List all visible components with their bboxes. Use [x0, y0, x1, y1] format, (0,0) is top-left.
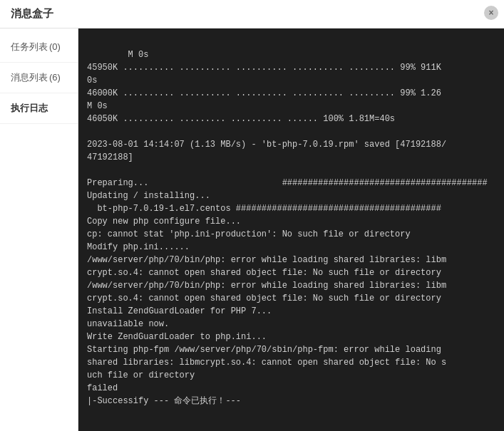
log-area: M 0s 45950K .......... .......... ......… [78, 28, 504, 431]
main-container: 消息盒子 × 任务列表(0) 消息列表(6) 执行日志 M 0s 45950K … [0, 0, 504, 431]
sidebar-item-messages[interactable]: 消息列表(6) [0, 63, 78, 93]
sidebar-item-tasks-badge: (0) [49, 41, 61, 52]
log-content[interactable]: M 0s 45950K .......... .......... ......… [78, 28, 504, 431]
sidebar-item-messages-label: 消息列表 [11, 72, 48, 83]
sidebar-item-tasks-label: 任务列表 [11, 41, 48, 52]
log-text: M 0s 45950K .......... .......... ......… [87, 50, 488, 406]
sidebar-item-logs-label: 执行日志 [11, 103, 48, 113]
content-area: 任务列表(0) 消息列表(6) 执行日志 M 0s 45950K .......… [0, 28, 504, 431]
sidebar-item-logs[interactable]: 执行日志 [0, 93, 78, 124]
window-title: 消息盒子 [11, 7, 53, 21]
sidebar: 任务列表(0) 消息列表(6) 执行日志 [0, 28, 78, 431]
sidebar-item-messages-badge: (6) [49, 72, 61, 83]
title-bar: 消息盒子 × [0, 0, 504, 28]
close-icon: × [488, 8, 493, 18]
close-button[interactable]: × [484, 6, 498, 20]
sidebar-item-tasks[interactable]: 任务列表(0) [0, 32, 78, 63]
